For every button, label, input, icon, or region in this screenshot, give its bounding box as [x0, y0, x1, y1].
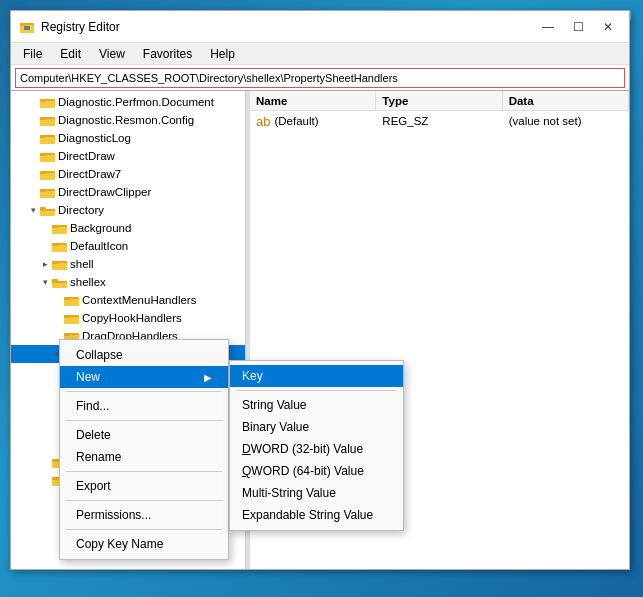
menu-edit[interactable]: Edit — [52, 45, 89, 63]
tree-item-contextmenu[interactable]: ContextMenuHandlers — [11, 291, 245, 309]
folder-icon — [39, 95, 55, 109]
table-row[interactable]: ab (Default) REG_SZ (value not set) — [250, 111, 629, 131]
tree-item-diagnosticlog[interactable]: DiagnosticLog — [11, 129, 245, 147]
tree-label: shell — [70, 258, 94, 270]
tree-item-shell[interactable]: ▸ shell — [11, 255, 245, 273]
svg-rect-3 — [24, 26, 30, 30]
menu-help[interactable]: Help — [202, 45, 243, 63]
svg-rect-69 — [52, 477, 58, 480]
svg-rect-5 — [40, 101, 55, 108]
ctx-delete[interactable]: Delete — [60, 424, 228, 446]
svg-rect-2 — [20, 23, 26, 26]
submenu-dword-value[interactable]: DWORD (32-bit) Value — [230, 438, 403, 460]
submenu-expandable-string[interactable]: Expandable String Value — [230, 504, 403, 526]
ctx-collapse[interactable]: Collapse — [60, 344, 228, 366]
context-menu: Collapse New ▶ Find... Delete Rename Exp… — [59, 339, 229, 560]
tree-label: DirectDraw — [58, 150, 115, 162]
ctx-rename[interactable]: Rename — [60, 446, 228, 468]
reg-value-icon: ab — [256, 114, 270, 129]
tree-label: Directory — [58, 204, 104, 216]
svg-rect-15 — [40, 153, 46, 156]
tree-item-shellex[interactable]: ▾ shellex — [11, 273, 245, 291]
tree-label: DefaultIcon — [70, 240, 128, 252]
svg-rect-38 — [64, 299, 79, 306]
col-type-header: Type — [376, 91, 502, 110]
tree-item-directdraw[interactable]: DirectDraw — [11, 147, 245, 165]
expander-icon: ▾ — [39, 277, 51, 287]
right-pane-header: Name Type Data — [250, 91, 629, 111]
svg-rect-39 — [64, 297, 70, 300]
submenu-string-value[interactable]: String Value — [230, 394, 403, 416]
window-title: Registry Editor — [41, 20, 120, 34]
tree-item-diagnostic-resmon[interactable]: Diagnostic.Resmon.Config — [11, 111, 245, 129]
svg-rect-8 — [40, 119, 55, 126]
svg-rect-41 — [64, 317, 79, 324]
ctx-new-label: New — [76, 370, 100, 384]
submenu-multi-string[interactable]: Multi-String Value — [230, 482, 403, 504]
tree-item-directory[interactable]: ▾ Directory — [11, 201, 245, 219]
folder-icon — [51, 221, 67, 235]
submenu-qword-value[interactable]: QWORD (64-bit) Value — [230, 460, 403, 482]
tree-item-copyhook[interactable]: CopyHookHandlers — [11, 309, 245, 327]
menu-file[interactable]: File — [15, 45, 50, 63]
row-name: (Default) — [274, 115, 318, 127]
tree-item-directdrawclipper[interactable]: DirectDrawClipper — [11, 183, 245, 201]
tree-label: DiagnosticLog — [58, 132, 131, 144]
tree-label: Diagnostic.Perfmon.Document — [58, 96, 214, 108]
svg-rect-9 — [40, 117, 46, 120]
ctx-sep5 — [66, 529, 222, 530]
ctx-copy-key-name[interactable]: Copy Key Name — [60, 533, 228, 555]
row-name-cell: ab (Default) — [250, 112, 376, 131]
folder-icon — [39, 131, 55, 145]
ctx-find[interactable]: Find... — [60, 395, 228, 417]
ctx-sep4 — [66, 500, 222, 501]
ctx-permissions[interactable]: Permissions... — [60, 504, 228, 526]
address-bar — [11, 65, 629, 91]
svg-rect-6 — [40, 99, 46, 102]
row-data-cell: (value not set) — [503, 113, 629, 129]
menu-view[interactable]: View — [91, 45, 133, 63]
app-icon — [19, 19, 35, 35]
submenu: Key String Value Binary Value DWORD (32-… — [229, 360, 404, 531]
folder-icon — [39, 167, 55, 181]
title-left: Registry Editor — [19, 19, 120, 35]
tree-label: DirectDraw7 — [58, 168, 121, 180]
tree-item-defaulticon[interactable]: DefaultIcon — [11, 237, 245, 255]
folder-icon — [39, 149, 55, 163]
registry-editor-window: Registry Editor — ☐ ✕ File Edit View Fav… — [10, 10, 630, 570]
ctx-new[interactable]: New ▶ — [60, 366, 228, 388]
address-input[interactable] — [15, 68, 625, 88]
submenu-key[interactable]: Key — [230, 365, 403, 387]
submenu-binary-value[interactable]: Binary Value — [230, 416, 403, 438]
svg-rect-24 — [40, 209, 55, 211]
folder-icon — [51, 257, 67, 271]
ctx-export[interactable]: Export — [60, 475, 228, 497]
tree-item-directdraw7[interactable]: DirectDraw7 — [11, 165, 245, 183]
tree-label: CopyHookHandlers — [82, 312, 182, 324]
submenu-sep — [236, 390, 397, 391]
menu-favorites[interactable]: Favorites — [135, 45, 200, 63]
dword-rest: WORD (32-bit) Value — [251, 442, 363, 456]
folder-icon — [39, 185, 55, 199]
open-folder-icon — [51, 275, 67, 289]
expander-icon: ▾ — [27, 205, 39, 215]
close-button[interactable]: ✕ — [595, 17, 621, 37]
ctx-sep3 — [66, 471, 222, 472]
ctx-submenu-arrow: ▶ — [204, 372, 212, 383]
title-controls: — ☐ ✕ — [535, 17, 621, 37]
minimize-button[interactable]: — — [535, 17, 561, 37]
tree-label: Diagnostic.Resmon.Config — [58, 114, 194, 126]
tree-item-diagnostic-perfmon[interactable]: Diagnostic.Perfmon.Document — [11, 93, 245, 111]
open-folder-icon — [39, 203, 55, 217]
svg-rect-33 — [52, 261, 58, 264]
col-name-header: Name — [250, 91, 376, 110]
folder-icon — [51, 239, 67, 253]
svg-rect-66 — [52, 459, 58, 462]
svg-rect-36 — [52, 281, 67, 283]
folder-icon — [63, 293, 79, 307]
row-type-cell: REG_SZ — [376, 113, 502, 129]
maximize-button[interactable]: ☐ — [565, 17, 591, 37]
tree-label: Background — [70, 222, 131, 234]
tree-item-background[interactable]: Background — [11, 219, 245, 237]
col-data-header: Data — [503, 91, 629, 110]
